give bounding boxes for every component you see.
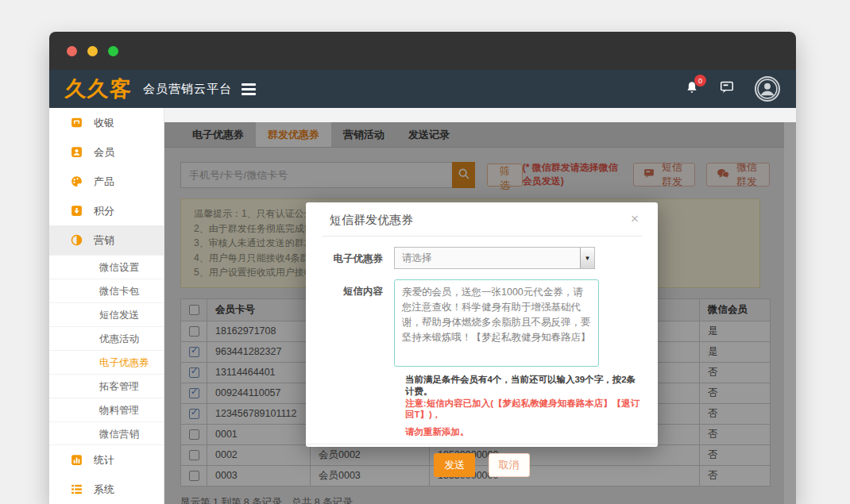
sidebar-item-label: 营销	[94, 233, 114, 248]
minimize-window-button[interactable]	[87, 46, 98, 56]
app-title: 会员营销云平台	[143, 82, 232, 97]
sidebar-subitem-微信设置[interactable]: 微信设置	[49, 255, 164, 279]
sidebar-subitem-电子优惠券[interactable]: 电子优惠券	[49, 350, 164, 374]
window-titlebar	[49, 32, 796, 70]
notification-badge: 0	[694, 75, 706, 87]
sidebar-item-积分[interactable]: 积分	[49, 196, 164, 225]
sidebar-item-系统[interactable]: 系统	[49, 475, 164, 504]
sidebar-item-营销[interactable]: 营销	[49, 225, 164, 255]
sidebar-subitem-微信营销[interactable]: 微信营销	[49, 421, 164, 445]
sms-info-text: 当前满足条件会员有4个，当前还可以输入39个字，按2条计费。	[405, 374, 643, 398]
sidebar-item-label: 积分	[94, 204, 114, 218]
user-avatar[interactable]	[755, 76, 780, 102]
close-window-button[interactable]	[67, 46, 77, 56]
app-logo: 久久客	[64, 79, 133, 100]
sidebar-subitem-短信发送[interactable]: 短信发送	[49, 302, 164, 326]
sidebar-item-统计[interactable]: 统计	[49, 445, 164, 475]
browser-window: 久久客 会员营销云平台 0 收银会员产品积分营销微信设置微信卡包短信发送优惠活动…	[49, 32, 796, 504]
sidebar-subitem-优惠活动[interactable]: 优惠活动	[49, 326, 164, 350]
sms-content-label: 短信内容	[306, 279, 394, 367]
sidebar-subitem-拓客管理[interactable]: 拓客管理	[49, 374, 164, 398]
menu-toggle-icon[interactable]	[241, 83, 256, 95]
sms-warning-line1: 注意:短信内容已加入(【梦起私教健身知春路本店】【退订回T】)，	[405, 398, 643, 420]
coupon-select-value: 请选择	[395, 252, 580, 265]
notification-bell-icon[interactable]: 0	[685, 80, 699, 98]
coupon-select[interactable]: 请选择 ▼	[394, 247, 595, 269]
sidebar-subitem-微信卡包[interactable]: 微信卡包	[49, 279, 164, 302]
product-icon	[70, 175, 83, 188]
maximize-window-button[interactable]	[108, 46, 118, 56]
coupon-select-label: 电子优惠券	[306, 247, 394, 269]
modal-divider	[322, 236, 642, 237]
sidebar-subitem-物料管理[interactable]: 物料管理	[49, 398, 164, 421]
sidebar-item-产品[interactable]: 产品	[49, 167, 164, 196]
modal-title: 短信群发优惠券	[330, 213, 413, 226]
sidebar-item-会员[interactable]: 会员	[49, 137, 164, 167]
message-icon[interactable]	[720, 81, 734, 97]
cancel-button[interactable]: 取消	[489, 453, 530, 477]
content-top-strip	[164, 108, 796, 122]
app-header: 久久客 会员营销云平台 0	[49, 70, 796, 108]
sms-content-textarea[interactable]: 亲爱的会员，送您一张1000元代金券，请您注意查收！科学健身有助于增强基础代谢，…	[394, 279, 599, 367]
close-icon[interactable]: ×	[631, 211, 639, 227]
stats-icon	[70, 453, 83, 467]
chevron-down-icon: ▼	[580, 248, 594, 268]
send-button[interactable]: 发送	[434, 453, 475, 477]
sidebar: 收银会员产品积分营销微信设置微信卡包短信发送优惠活动电子优惠券拓客管理物料管理微…	[49, 108, 164, 504]
cash-register-icon	[70, 116, 83, 129]
sidebar-item-label: 会员	[94, 145, 114, 160]
system-icon	[70, 483, 83, 496]
sms-bulk-modal: 短信群发优惠券 × 电子优惠券 请选择 ▼ 短信内容 亲爱的会员，送您一张100…	[306, 202, 658, 447]
sidebar-item-label: 系统	[94, 483, 114, 497]
sidebar-item-label: 统计	[94, 453, 114, 467]
sidebar-item-label: 收银	[94, 116, 114, 130]
marketing-icon	[70, 233, 83, 247]
sidebar-item-收银[interactable]: 收银	[49, 108, 164, 137]
member-icon	[70, 145, 83, 159]
sms-warning-line2: 请勿重新添加。	[405, 426, 643, 437]
sidebar-item-label: 产品	[94, 175, 114, 189]
points-icon	[70, 204, 83, 217]
